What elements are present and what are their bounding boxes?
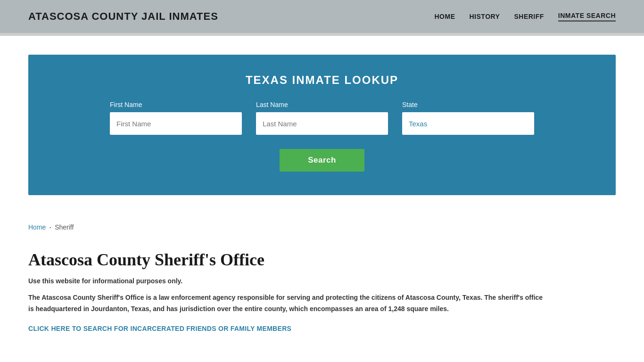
state-input[interactable] <box>402 112 534 135</box>
header-underline <box>0 33 644 36</box>
nav-sheriff[interactable]: SHERIFF <box>514 13 544 20</box>
last-name-group: Last Name <box>256 101 388 135</box>
description-text: The Atascosa County Sheriff's Office is … <box>28 292 547 315</box>
state-label: State <box>402 101 534 108</box>
nav-inmate-search[interactable]: INMATE SEARCH <box>558 12 616 22</box>
search-title: TEXAS INMATE LOOKUP <box>57 74 587 87</box>
site-title: ATASCOSA COUNTY JAIL INMATES <box>28 10 218 23</box>
nav-home[interactable]: HOME <box>435 13 455 20</box>
first-name-group: First Name <box>110 101 242 135</box>
search-button[interactable]: Search <box>280 149 364 172</box>
main-nav: HOME HISTORY SHERIFF INMATE SEARCH <box>435 12 616 22</box>
nav-history[interactable]: HISTORY <box>470 13 500 20</box>
first-name-label: First Name <box>110 101 242 108</box>
last-name-label: Last Name <box>256 101 388 108</box>
main-content: Atascosa County Sheriff's Office Use thi… <box>0 240 644 352</box>
breadcrumb-current: Sheriff <box>55 223 74 231</box>
disclaimer-text: Use this website for informational purpo… <box>28 277 616 285</box>
breadcrumb: Home • Sheriff <box>0 214 644 240</box>
search-section: TEXAS INMATE LOOKUP First Name Last Name… <box>28 55 616 195</box>
breadcrumb-home[interactable]: Home <box>28 223 46 231</box>
site-header: ATASCOSA COUNTY JAIL INMATES HOME HISTOR… <box>0 0 644 33</box>
page-heading: Atascosa County Sheriff's Office <box>28 250 616 270</box>
last-name-input[interactable] <box>256 112 388 135</box>
first-name-input[interactable] <box>110 112 242 135</box>
cta-link[interactable]: CLICK HERE to Search for Incarcerated Fr… <box>28 325 291 332</box>
state-group: State <box>402 101 534 135</box>
breadcrumb-separator: • <box>50 225 51 230</box>
search-btn-row: Search <box>57 149 587 172</box>
search-fields: First Name Last Name State <box>57 101 587 135</box>
